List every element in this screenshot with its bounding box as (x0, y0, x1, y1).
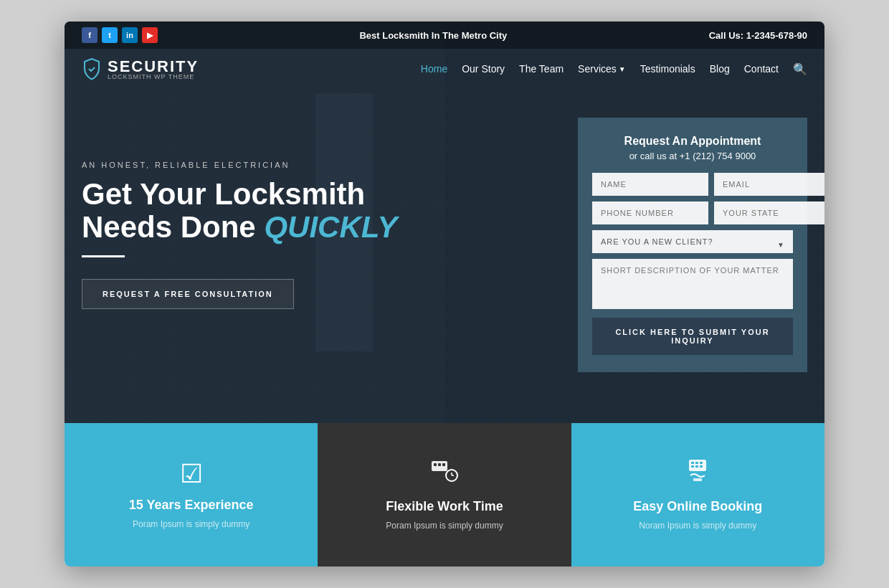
feature-desc-1: Poram Ipsum is simply dummy (133, 518, 249, 531)
nav-item-services[interactable]: Services ▼ (578, 63, 626, 75)
client-select-wrapper: ARE YOU A NEW CLIENT? Yes No (592, 230, 793, 259)
nav-item-story[interactable]: Our Story (462, 62, 505, 75)
nav-item-blog[interactable]: Blog (710, 62, 730, 75)
feature-card-2: Flexible Work Time Poram Ipsum is simply… (318, 423, 571, 566)
feature-card-3: Easy Online Booking Noram Ipsum is simpl… (571, 423, 824, 566)
nav-item-home[interactable]: Home (421, 62, 447, 75)
description-textarea[interactable] (592, 259, 793, 309)
nav-item-team[interactable]: The Team (519, 62, 564, 75)
nav-link-team[interactable]: The Team (519, 63, 564, 75)
flexible-time-icon (430, 458, 459, 484)
svg-rect-10 (700, 462, 703, 464)
email-input[interactable] (714, 173, 824, 196)
booking-icon (683, 458, 712, 490)
submit-button[interactable]: CLICK HERE TO SUBMIT YOUR INQUIRY (592, 318, 793, 355)
time-icon (430, 458, 459, 490)
feature-desc-3: Noram Ipsum is simply dummy (639, 520, 756, 532)
logo: SECURITY LOCKSMITH WP THEME (82, 57, 199, 80)
phone-input[interactable] (592, 201, 708, 224)
youtube-icon[interactable]: ▶ (142, 27, 158, 43)
nav-link-home[interactable]: Home (421, 63, 447, 75)
hero-divider (82, 255, 125, 257)
top-bar-phone: Call Us: 1-2345-678-90 (709, 30, 807, 41)
client-select[interactable]: ARE YOU A NEW CLIENT? Yes No (592, 230, 793, 253)
shield-icon (82, 57, 102, 80)
browser-window: f t in ▶ Best Locksmith In The Metro Cit… (65, 22, 824, 566)
hero-left: An Honest, Reliable Electrician Get Your… (82, 118, 556, 372)
feature-title-3: Easy Online Booking (633, 499, 762, 514)
nav-link-story[interactable]: Our Story (462, 63, 505, 75)
nav-link-blog[interactable]: Blog (710, 63, 730, 75)
nav-item-testimonials[interactable]: Testimonials (640, 62, 695, 75)
top-bar-tagline: Best Locksmith In The Metro City (359, 30, 507, 41)
svg-rect-13 (700, 465, 703, 468)
feature-title-1: 15 Years Experience (129, 498, 254, 513)
form-row-2 (592, 201, 793, 224)
top-bar: f t in ▶ Best Locksmith In The Metro Cit… (65, 22, 824, 49)
svg-rect-14 (693, 478, 702, 481)
hero-tagline: An Honest, Reliable Electrician (82, 161, 556, 169)
chevron-down-icon: ▼ (619, 65, 626, 73)
nav-links: Home Our Story The Team Services ▼ Testi… (421, 62, 807, 76)
svg-rect-2 (438, 463, 441, 466)
twitter-icon[interactable]: t (102, 27, 118, 43)
svg-rect-1 (434, 463, 437, 466)
hero-title: Get Your Locksmith Needs Done QUICKLY (82, 178, 556, 244)
experience-icon: ☑ (180, 459, 203, 489)
svg-rect-8 (691, 462, 694, 464)
nav-link-testimonials[interactable]: Testimonials (640, 63, 695, 75)
nav-item-search[interactable]: 🔍 (793, 62, 807, 76)
feature-desc-2: Poram Ipsum is simply dummy (386, 520, 503, 532)
svg-rect-12 (695, 465, 698, 468)
appointment-subtitle: or call us at +1 (212) 754 9000 (592, 151, 793, 161)
search-icon[interactable]: 🔍 (793, 63, 807, 75)
nav-link-services[interactable]: Services (578, 63, 617, 75)
appointment-box: Request An Appointment or call us at +1 … (578, 118, 807, 372)
state-input[interactable] (714, 201, 824, 224)
phone-booking-icon (683, 458, 712, 484)
hero-body: An Honest, Reliable Electrician Get Your… (65, 89, 824, 372)
form-row-1 (592, 173, 793, 196)
main-nav: SECURITY LOCKSMITH WP THEME Home Our Sto… (65, 49, 824, 89)
feature-card-1: ☑ 15 Years Experience Poram Ipsum is sim… (65, 423, 318, 566)
svg-rect-3 (442, 463, 445, 466)
hero-title-line2: Needs Done (82, 210, 264, 244)
cta-button[interactable]: REQUEST A FREE CONSULTATION (82, 279, 294, 309)
features-section: ☑ 15 Years Experience Poram Ipsum is sim… (65, 423, 824, 566)
logo-subtitle: LOCKSMITH WP THEME (108, 73, 199, 80)
hero-title-line1: Get Your Locksmith (82, 177, 365, 211)
nav-link-contact[interactable]: Contact (744, 63, 779, 75)
hero-highlight: QUICKLY (264, 210, 397, 244)
feature-title-2: Flexible Work Time (386, 499, 503, 514)
nav-item-contact[interactable]: Contact (744, 62, 779, 75)
svg-rect-11 (691, 465, 694, 468)
svg-rect-9 (695, 462, 698, 464)
name-input[interactable] (592, 173, 708, 196)
hero-section: f t in ▶ Best Locksmith In The Metro Cit… (65, 22, 824, 423)
linkedin-icon[interactable]: in (122, 27, 138, 43)
appointment-title: Request An Appointment (592, 135, 793, 148)
social-icons: f t in ▶ (82, 27, 158, 43)
facebook-icon[interactable]: f (82, 27, 98, 43)
